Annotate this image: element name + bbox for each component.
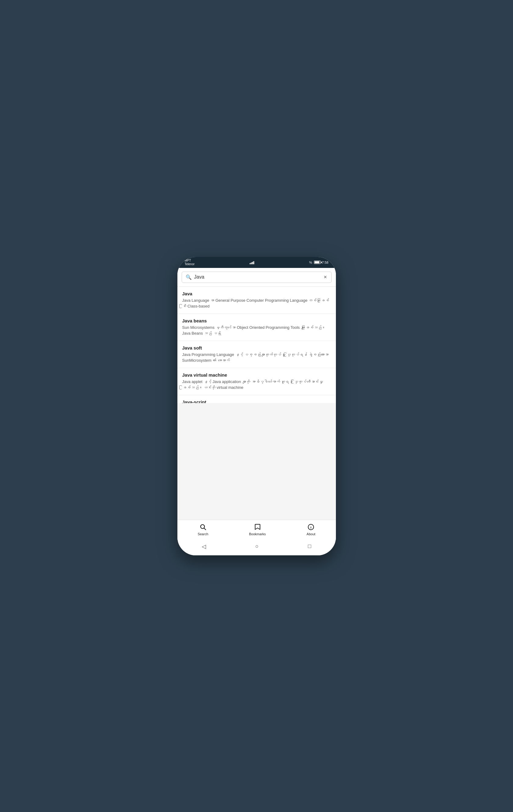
empty-space [178,403,336,520]
battery-percent: % [309,261,312,264]
search-nav-label: Search [197,532,208,536]
status-bar: MPT Telenor % 7:58 [178,257,336,268]
search-nav-icon [200,524,206,531]
result-desc-java: Java Language ဟာ General Purpose Compute… [182,297,331,309]
status-right: % 7:58 [309,261,328,264]
result-title-javascript: Java-script [182,400,331,403]
result-title-java: Java [182,291,331,296]
bookmarks-nav-label: Bookmarks [249,532,266,536]
carrier-info: MPT Telenor [185,259,195,266]
result-desc-jvm: Java applet နှင့် Java application များက… [182,379,331,390]
result-item-jvm[interactable]: Java virtual machine Java applet နှင့် J… [178,368,336,395]
svg-text:i: i [310,525,312,529]
bottom-nav: Search Bookmarks i About [178,520,336,539]
battery-icon [314,261,321,264]
network-name: Telenor [185,262,195,266]
result-item-javabeans[interactable]: Java beans Sun Microsystems မှတီထွင်သော … [178,314,336,341]
nav-about[interactable]: i About [301,522,322,537]
about-nav-label: About [307,532,316,536]
bookmarks-nav-icon [254,524,261,531]
clear-button[interactable]: × [323,274,328,280]
result-title-jvm: Java virtual machine [182,372,331,378]
recent-button[interactable]: □ [305,542,314,551]
nav-search[interactable]: Search [191,522,214,537]
phone-frame: MPT Telenor % 7:58 🔍 × [178,257,336,555]
search-bar-container: 🔍 × [178,268,336,287]
result-item-javascript[interactable]: Java-script Web pages များ၏ ဆောင်ရွက်မှု… [178,395,336,403]
nav-bookmarks[interactable]: Bookmarks [243,522,272,537]
about-nav-icon: i [307,524,314,531]
back-button[interactable]: ◁ [199,542,209,551]
result-desc-javabeans: Sun Microsystems မှတီထွင်သော Object Orie… [182,324,331,337]
signal-icon [250,261,254,264]
result-item-javasoft[interactable]: Java soft Java Programming Language နှင့… [178,341,336,368]
time-display: 7:58 [322,261,328,264]
result-desc-javasoft: Java Programming Language နှင့် ပစ္စည်းမ… [182,352,331,364]
system-nav: ◁ ○ □ [178,539,336,555]
result-title-javabeans: Java beans [182,318,331,323]
result-title-javasoft: Java soft [182,345,331,350]
home-button[interactable]: ○ [253,542,261,551]
svg-line-1 [204,528,206,530]
search-input[interactable] [194,274,323,280]
carrier-name: MPT [185,259,195,262]
app-content: 🔍 × Java Java Language ဟာ General Purpos… [178,268,336,555]
search-bar: 🔍 × [182,271,332,283]
search-icon: 🔍 [186,274,192,280]
result-item-java[interactable]: Java Java Language ဟာ General Purpose Co… [178,287,336,314]
results-list: Java Java Language ဟာ General Purpose Co… [178,287,336,403]
